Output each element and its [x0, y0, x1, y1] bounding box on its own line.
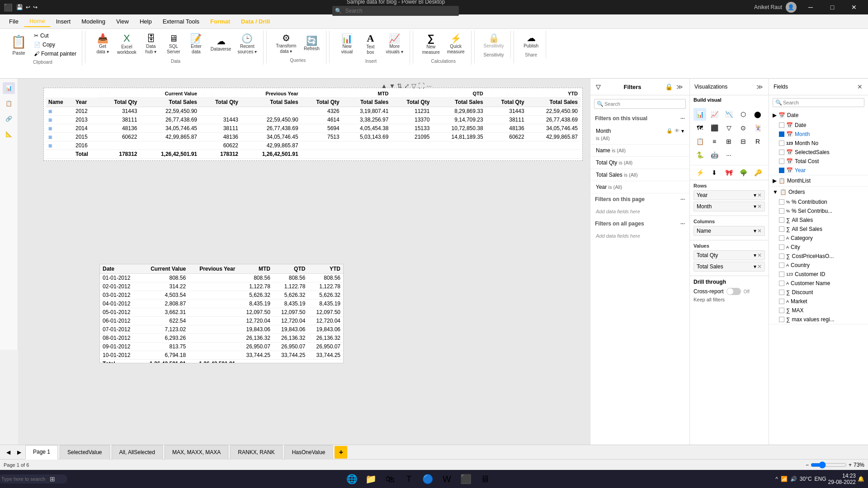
- filter-name[interactable]: Name is (All): [590, 145, 689, 157]
- viz-card[interactable]: 🃏: [751, 122, 764, 134]
- field-year-dropdown[interactable]: ▾: [754, 192, 756, 198]
- filter-month-expand[interactable]: ▾: [681, 128, 684, 134]
- field-max[interactable]: ∑ MAX: [769, 306, 868, 315]
- filter-total-sales[interactable]: Total Sales is (All): [590, 169, 689, 181]
- filter-year[interactable]: Year is (All): [590, 181, 689, 193]
- ribbon-new-measure-button[interactable]: ∑ Newmeasure: [420, 32, 443, 57]
- field-all-sel-sales-check[interactable]: [779, 226, 784, 232]
- ribbon-enter-data-button[interactable]: 📝 Enterdata: [185, 32, 207, 56]
- field-sales-dropdown[interactable]: ▾: [754, 263, 756, 270]
- viz-slicer[interactable]: ≡: [708, 135, 721, 148]
- viz-more[interactable]: ···: [722, 149, 735, 161]
- filters-lock-icon[interactable]: 🔒: [664, 82, 674, 91]
- field-month[interactable]: 📅 Month: [769, 130, 868, 139]
- zoom-minus[interactable]: −: [806, 462, 809, 468]
- ribbon-more-visuals-button[interactable]: 📈 Morevisuals ▾: [383, 32, 406, 56]
- ribbon-publish-button[interactable]: ☁ Publish: [520, 32, 542, 51]
- viz-waterfall[interactable]: ⬇: [708, 166, 721, 179]
- cell-expander[interactable]: [46, 150, 73, 159]
- viz-funnel[interactable]: ▽: [722, 122, 735, 134]
- ribbon-excel-button[interactable]: X Excelworkbook: [114, 32, 139, 57]
- search-taskbar-button[interactable]: [24, 470, 42, 488]
- page-tab-max[interactable]: MAX, MAXX, MAXA: [165, 445, 228, 460]
- viz-gauge[interactable]: ⊙: [737, 122, 750, 134]
- task-chrome-icon[interactable]: 🔵: [419, 470, 437, 488]
- save-icon[interactable]: 💾: [16, 4, 23, 10]
- task-view-button[interactable]: ⊞: [43, 470, 61, 488]
- field-max-values[interactable]: ∑ max values regi...: [769, 315, 868, 324]
- field-name-remove[interactable]: ✕: [757, 228, 762, 234]
- task-word-icon[interactable]: W: [438, 470, 456, 488]
- page-tab-rankx[interactable]: RANKX, RANK: [230, 445, 282, 460]
- viz-pie[interactable]: ⬤: [751, 108, 764, 121]
- left-nav-dax[interactable]: 📐: [3, 128, 15, 140]
- field-category[interactable]: A Category: [769, 234, 868, 243]
- viz-influence[interactable]: 🔑: [751, 166, 764, 179]
- cell-expander[interactable]: ⊞: [46, 116, 73, 124]
- menu-file[interactable]: File: [4, 16, 24, 27]
- filters-on-visual-more[interactable]: ···: [680, 115, 685, 122]
- task-edge-icon[interactable]: 🌐: [343, 470, 361, 488]
- menu-view[interactable]: View: [111, 16, 134, 27]
- field-discount[interactable]: ∑ Discount: [769, 288, 868, 297]
- filter-total-qty[interactable]: Total Qty is (All): [590, 157, 689, 169]
- cell-expander[interactable]: ⊞: [46, 141, 73, 150]
- ribbon-recent-sources-button[interactable]: 🕒 Recentsources ▾: [235, 32, 259, 56]
- ribbon-cut-button[interactable]: ✂Cut: [32, 32, 78, 40]
- field-pill-total-sales[interactable]: Total Sales ▾ ✕: [693, 262, 765, 272]
- zoom-plus[interactable]: +: [849, 462, 852, 468]
- field-name-dropdown[interactable]: ▾: [754, 228, 756, 234]
- ribbon-new-visual-button[interactable]: 📊 Newvisual: [336, 32, 358, 56]
- cross-report-switch[interactable]: [726, 288, 741, 295]
- minimize-button[interactable]: ─: [800, 0, 821, 14]
- ribbon-refresh-button[interactable]: 🔄 Refresh: [301, 34, 322, 53]
- zoom-slider[interactable]: [811, 461, 847, 469]
- menu-insert[interactable]: Insert: [51, 16, 76, 27]
- left-nav-report[interactable]: 📊: [3, 82, 15, 94]
- viz-matrix[interactable]: ⊟: [737, 135, 750, 148]
- ribbon-sensitivity-button[interactable]: 🔒 Sensitivity: [481, 32, 507, 51]
- menu-help[interactable]: Help: [134, 16, 157, 27]
- cross-report-toggle[interactable]: Cross-report Off: [693, 288, 765, 295]
- task-store-icon[interactable]: 🛍: [381, 470, 399, 488]
- sort-down-icon[interactable]: ⇅: [397, 82, 402, 89]
- fields-expand-icon[interactable]: ✕: [856, 82, 863, 91]
- filter-month[interactable]: Month 🔒 👁 ▾ is (All): [590, 124, 689, 145]
- viz-bar-chart[interactable]: 📊: [693, 108, 706, 121]
- left-nav-model[interactable]: 🔗: [3, 113, 15, 125]
- field-all-sel-sales[interactable]: ∑ All Sel Sales: [769, 225, 868, 234]
- field-sel-contribution[interactable]: % % Sel Contribu...: [769, 206, 868, 216]
- field-year[interactable]: 📅 Year: [769, 166, 868, 175]
- filters-on-all-more[interactable]: ···: [680, 221, 685, 227]
- redo-icon[interactable]: ↪: [33, 4, 38, 10]
- field-pill-year[interactable]: Year ▾ ✕: [693, 190, 765, 200]
- field-country-check[interactable]: [779, 263, 784, 268]
- task-terminal-icon[interactable]: 🖥: [476, 470, 494, 488]
- viz-treemap[interactable]: ⬛: [708, 122, 721, 134]
- field-pill-name[interactable]: Name ▾ ✕: [693, 226, 765, 236]
- filter-search-input[interactable]: [594, 99, 686, 109]
- fields-group-monthlist-header[interactable]: ▶ 📋 MonthList: [769, 175, 868, 186]
- ribbon-get-data-button[interactable]: 📥 Getdata ▾: [92, 32, 113, 56]
- field-qty-dropdown[interactable]: ▾: [754, 252, 756, 258]
- maximize-button[interactable]: □: [822, 0, 843, 14]
- field-date-check[interactable]: [779, 122, 784, 128]
- task-folder-icon[interactable]: 📁: [362, 470, 380, 488]
- left-nav-table[interactable]: 📋: [3, 98, 15, 109]
- cell-expander[interactable]: ⊞: [46, 107, 73, 116]
- viz-combo[interactable]: ⚡: [693, 166, 706, 179]
- menu-home[interactable]: Home: [24, 16, 51, 27]
- focus-mode-icon[interactable]: ⛶: [418, 82, 425, 89]
- ribbon-paste-button[interactable]: 📋 Paste: [7, 33, 30, 57]
- viz-ai[interactable]: 🤖: [708, 149, 721, 161]
- filters-on-page-add[interactable]: Add data fields here: [590, 205, 689, 218]
- ribbon-sql-button[interactable]: 🖥 SQLServer: [163, 32, 184, 56]
- filter-month-eye[interactable]: 👁: [675, 128, 679, 134]
- field-max-values-check[interactable]: [779, 317, 784, 322]
- filter-month-lock[interactable]: 🔒: [666, 128, 673, 134]
- viz-line-chart[interactable]: 📈: [708, 108, 721, 121]
- field-selected-sales-check[interactable]: [779, 150, 784, 155]
- field-category-check[interactable]: [779, 235, 784, 241]
- field-month-no[interactable]: 123 Month No: [769, 139, 868, 148]
- filters-on-page-more[interactable]: ···: [680, 196, 685, 202]
